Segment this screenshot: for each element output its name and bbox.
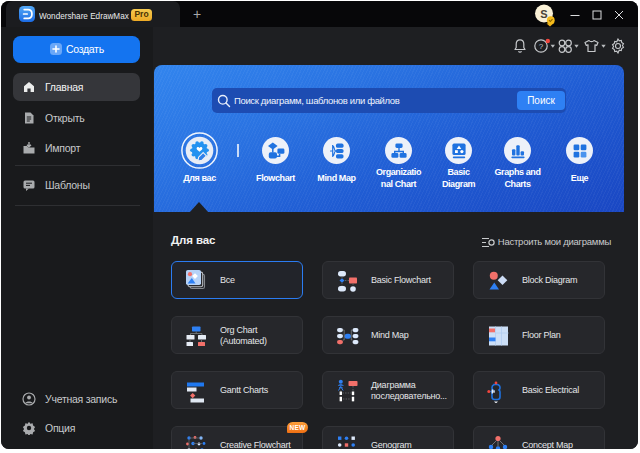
svg-text:S: S (540, 8, 547, 20)
